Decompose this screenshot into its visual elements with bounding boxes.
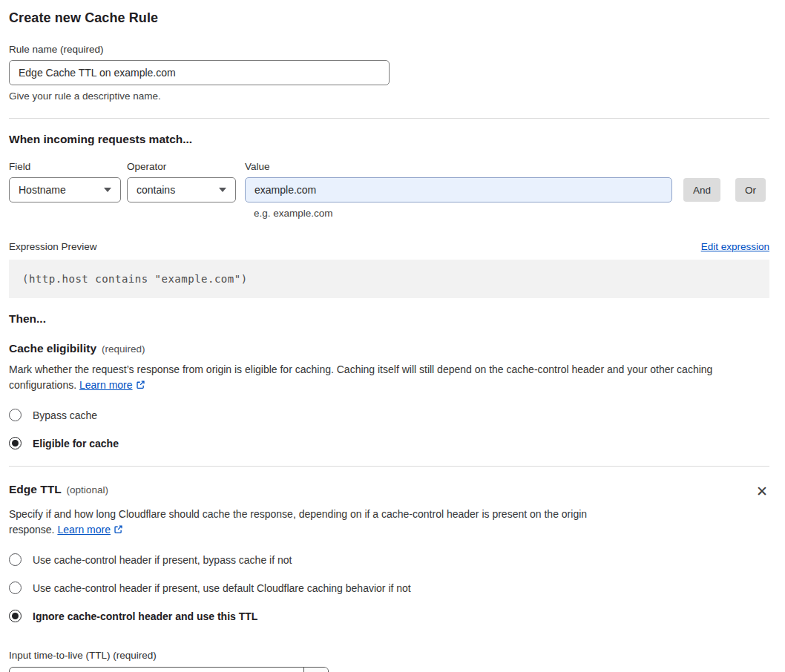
match-controls-row: Hostname contains And Or: [9, 177, 769, 202]
cache-eligibility-learn-more-link[interactable]: Learn more: [79, 379, 133, 391]
ttl-input-block: Input time-to-live (TTL) (required) 1 da…: [9, 650, 769, 672]
section-divider: [9, 118, 769, 119]
close-icon[interactable]: ✕: [755, 483, 769, 500]
expression-header: Expression Preview Edit expression: [9, 241, 769, 252]
radio-use-header-bypass-label: Use cache-control header if present, byp…: [33, 554, 292, 566]
edge-ttl-optional-badge: (optional): [67, 484, 108, 495]
ttl-select[interactable]: 1 day: [9, 667, 329, 672]
ttl-label: Input time-to-live (TTL) (required): [9, 650, 769, 661]
edge-ttl-description: Specify if and how long Cloudflare shoul…: [9, 507, 626, 538]
ttl-select-value: 1 day: [10, 668, 303, 672]
edit-expression-link[interactable]: Edit expression: [701, 241, 769, 252]
edge-ttl-title-row: Edge TTL (optional): [9, 483, 108, 496]
create-cache-rule-form: Create new Cache Rule Rule name (require…: [0, 0, 785, 672]
edge-ttl-learn-more-link[interactable]: Learn more: [57, 524, 111, 536]
radio-use-header-bypass[interactable]: Use cache-control header if present, byp…: [9, 553, 769, 566]
radio-bypass-cache[interactable]: Bypass cache: [9, 409, 769, 421]
cache-eligibility-required-badge: (required): [102, 343, 145, 355]
expression-preview-label: Expression Preview: [9, 241, 97, 252]
section-divider: [9, 466, 769, 467]
value-label: Value: [245, 161, 270, 172]
radio-ignore-header-use-ttl-label: Ignore cache-control header and use this…: [33, 610, 257, 622]
radio-eligible-for-cache-label: Eligible for cache: [33, 438, 119, 449]
and-button[interactable]: And: [683, 178, 720, 202]
expression-code-box: (http.host contains "example.com"): [9, 260, 769, 298]
radio-use-header-default-label: Use cache-control header if present, use…: [33, 582, 411, 594]
operator-label: Operator: [127, 161, 245, 172]
rule-name-help: Give your rule a descriptive name.: [9, 90, 769, 102]
rule-name-label: Rule name (required): [9, 44, 769, 55]
value-help: e.g. example.com: [254, 208, 769, 219]
radio-icon: [9, 553, 22, 566]
cache-eligibility-header: Cache eligibility (required): [9, 342, 769, 355]
rule-name-input[interactable]: [9, 60, 390, 85]
value-input[interactable]: [245, 177, 672, 202]
radio-icon: [9, 409, 22, 421]
page-title: Create new Cache Rule: [9, 10, 769, 26]
operator-select-value: contains: [137, 184, 175, 196]
cache-eligibility-description: Mark whether the request’s response from…: [9, 362, 769, 393]
cache-eligibility-title: Cache eligibility: [9, 342, 96, 355]
radio-icon: [9, 582, 22, 594]
ttl-dropdown-button[interactable]: [303, 668, 328, 672]
radio-bypass-cache-label: Bypass cache: [33, 409, 97, 421]
radio-ignore-header-use-ttl[interactable]: Ignore cache-control header and use this…: [9, 610, 769, 622]
match-labels-row: Field Operator Value: [9, 161, 769, 172]
edge-ttl-header: Edge TTL (optional) ✕: [9, 483, 769, 500]
chevron-down-icon: [219, 188, 226, 192]
radio-eligible-for-cache[interactable]: Eligible for cache: [9, 437, 769, 449]
then-heading: Then...: [9, 312, 769, 326]
edge-ttl-title: Edge TTL: [9, 483, 62, 496]
radio-icon-selected: [9, 610, 22, 622]
match-heading: When incoming requests match...: [9, 133, 769, 146]
field-select[interactable]: Hostname: [9, 177, 121, 202]
field-label: Field: [9, 161, 127, 172]
external-link-icon: [114, 524, 123, 534]
chevron-down-icon: [104, 188, 111, 192]
operator-select[interactable]: contains: [127, 177, 236, 202]
or-button[interactable]: Or: [735, 178, 766, 202]
radio-icon-selected: [9, 437, 22, 449]
radio-use-header-default[interactable]: Use cache-control header if present, use…: [9, 582, 769, 594]
external-link-icon: [136, 380, 145, 389]
field-select-value: Hostname: [19, 184, 66, 196]
